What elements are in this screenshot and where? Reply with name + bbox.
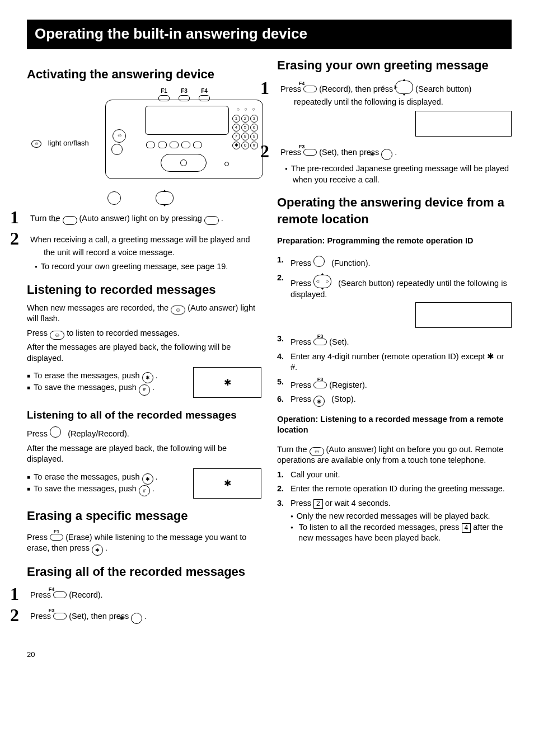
auto-answer-icon: ⦵ <box>171 306 185 314</box>
star-key-icon: ✱ <box>142 473 153 485</box>
page-title-bar: Operating the built-in answering device <box>27 20 512 49</box>
digit-key-2: 2 <box>313 499 323 509</box>
hash-key-icon: # <box>139 384 150 396</box>
stop-button-icon: ◉ <box>313 396 325 407</box>
f3-key-icon: F3 <box>313 334 327 346</box>
replay-record-icon <box>50 426 61 438</box>
search-button-icon: ◁▷ <box>395 81 413 94</box>
display-box <box>415 302 512 328</box>
left-column: Activating the answering device F1 F3 F4… <box>27 57 261 627</box>
page-number: 20 <box>27 650 512 660</box>
listening-actions: To erase the messages, push ✱ . To save … <box>27 370 189 394</box>
heading-erase-greeting: Erasing your own greeting message <box>277 57 512 74</box>
erase-one-text: Press F1 (Erase) while listening to the … <box>27 529 261 555</box>
display-box: ✱ <box>193 468 261 499</box>
f3-key-icon: F3 <box>313 377 327 389</box>
prep-steps: Press (Function). Press ◁▷ (Search butto… <box>277 255 512 406</box>
heading-erase-all: Erasing all of the recorded messages <box>27 564 261 580</box>
star-key-icon: ✱ <box>381 149 392 160</box>
display-box: ✱ <box>193 367 261 397</box>
hash-key-icon: # <box>139 485 150 496</box>
activating-step-2: 2When receiving a call, a greeting messa… <box>27 229 261 259</box>
f3-key-icon: F3 <box>303 144 317 157</box>
operation-subheading: Operation: Listening to a recorded messa… <box>277 414 512 436</box>
right-column: Erasing your own greeting message 1Press… <box>277 57 512 627</box>
star-key-icon: ✱ <box>131 613 142 624</box>
erase-greeting-notes: The pre-recorded Japanese greeting messa… <box>277 163 512 185</box>
f4-key-icon: F4 <box>303 81 317 93</box>
listen-all-p2: After the message are played back, the f… <box>27 443 261 465</box>
search-button-icon: ◁▷ <box>313 275 331 288</box>
auto-answer-icon: ⦵ <box>50 331 64 340</box>
erase-greeting-step-1: 1Press F4 (Record), then press ◁▷ (Searc… <box>277 78 512 108</box>
digit-key-4: 4 <box>462 523 471 533</box>
listening-p3: After the messages are played back, the … <box>27 342 261 364</box>
operation-intro: Turn the ⦵ (Auto answer) light on before… <box>277 444 512 466</box>
f3-key-icon: F3 <box>53 608 67 621</box>
f4-key-icon: F4 <box>53 587 67 599</box>
heading-listen-all: Listening to all of the recorded message… <box>27 408 261 422</box>
listen-all-actions: To erase the messages, push ✱ . To save … <box>27 472 189 495</box>
auto-answer-icon: ⦵ <box>63 216 77 225</box>
heading-remote: Operating the answering device from a re… <box>277 194 512 227</box>
erase-greeting-step-2: 2Press F3 (Set), then press ✱ . <box>277 142 512 160</box>
activating-notes: To record your own greeting message, see… <box>27 261 261 273</box>
operation-steps: Call your unit. Enter the remote operati… <box>277 469 512 544</box>
heading-listening: Listening to recorded messages <box>27 281 261 298</box>
erase-all-step-2: 2Press F3 (Set), then press ✱ . <box>27 606 261 624</box>
star-key-icon: ✱ <box>92 544 103 556</box>
star-key-icon: ✱ <box>142 372 153 383</box>
device-diagram: F1 F3 F4 ○ ○ ○ 123 456 789 ✱0# ⦵ <box>27 87 261 205</box>
listening-p2: Press ⦵ to listen to recorded messages. <box>27 328 261 339</box>
auto-answer-icon: ⦵ <box>204 216 219 225</box>
f1-key-icon: F1 <box>50 529 63 542</box>
heading-erase-one: Erasing a specific message <box>27 508 261 524</box>
display-box <box>415 111 512 137</box>
heading-activating: Activating the answering device <box>27 66 261 83</box>
listen-all-p1: Press (Replay/Record). <box>27 425 261 440</box>
prep-subheading: Preparation: Programming the remote oper… <box>277 236 512 247</box>
function-button-icon <box>313 256 325 267</box>
two-column-layout: Activating the answering device F1 F3 F4… <box>27 57 512 627</box>
listening-p1: When new messages are recorded, the ⦵ (A… <box>27 303 261 325</box>
erase-all-step-1: 1Press F4 (Record). <box>27 585 261 603</box>
activating-step-1: 1Turn the ⦵ (Auto answer) light on by pr… <box>27 208 261 226</box>
auto-answer-icon: ⦵ <box>310 447 324 456</box>
